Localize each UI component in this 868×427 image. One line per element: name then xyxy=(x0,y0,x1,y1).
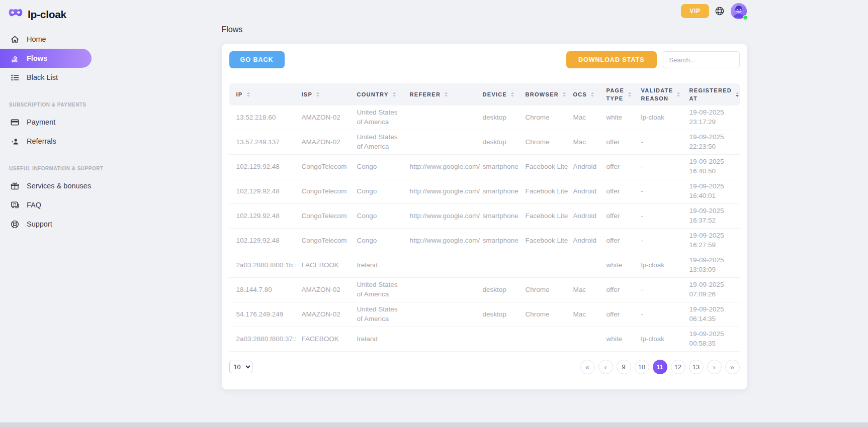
cell-referer xyxy=(405,327,478,352)
sidebar-item-label: Payment xyxy=(27,118,55,126)
cell-page-type: offer xyxy=(601,278,636,302)
cell-isp: AMAZON-02 xyxy=(297,130,352,155)
vip-button[interactable]: VIP xyxy=(681,4,709,18)
sidebar-item-label: FAQ xyxy=(27,201,41,209)
registered-time: 16:27:59 xyxy=(689,241,735,250)
cell-isp: AMAZON-02 xyxy=(297,302,352,327)
table-footer: 10 « ‹ 9 10 11 12 13 › » xyxy=(229,360,740,374)
cell-page-type: offer xyxy=(601,130,636,155)
col-header-referer[interactable]: REFERER xyxy=(405,83,478,105)
cell-ip: 13.57.249.137 xyxy=(229,130,297,155)
sort-icon xyxy=(628,92,631,97)
sidebar-item-label: Support xyxy=(27,220,52,228)
cell-page-type: offer xyxy=(601,229,636,253)
cell-page-type: offer xyxy=(601,155,636,179)
col-header-registered-at[interactable]: REGISTERED AT xyxy=(684,83,740,105)
referrals-icon xyxy=(10,137,20,146)
sidebar-item-label: Referrals xyxy=(27,137,56,145)
table-header-row: IP ISP COUNTRY REFERER DEVICE BROWSER OC… xyxy=(229,83,740,105)
registered-date: 19-09-2025 xyxy=(689,280,735,290)
pagination-first-button[interactable]: « xyxy=(580,360,595,374)
table-row: 54.176.249.249 AMAZON-02 United States o… xyxy=(229,302,740,327)
globe-icon[interactable] xyxy=(715,6,725,16)
cell-isp: CongoTelecom xyxy=(297,155,352,179)
cell-isp: CongoTelecom xyxy=(297,229,352,253)
cell-country: Congo xyxy=(352,179,405,204)
sidebar-item-label: Flows xyxy=(27,54,47,62)
cell-validate-reason: lp-cloak xyxy=(636,105,684,130)
avatar[interactable] xyxy=(730,3,747,20)
sidebar-item-flows[interactable]: Flows xyxy=(0,49,92,68)
col-header-isp[interactable]: ISP xyxy=(297,83,352,105)
cell-browser: Chrome xyxy=(520,130,568,155)
cell-country: Congo xyxy=(352,204,405,229)
cell-ip: 102.129.92.48 xyxy=(229,155,297,179)
table-row: 13.52.218.60 AMAZON-02 United States of … xyxy=(229,105,740,130)
pagination-page-button[interactable]: 12 xyxy=(671,360,685,374)
brand-logo[interactable]: lp-cloak xyxy=(0,6,101,30)
search-input[interactable] xyxy=(663,51,740,68)
pagination-page-button[interactable]: 13 xyxy=(689,360,704,374)
cell-isp: AMAZON-02 xyxy=(297,105,352,130)
cell-referer xyxy=(405,105,478,130)
sidebar-item-black-list[interactable]: Black List xyxy=(0,68,101,87)
col-header-browser[interactable]: BROWSER xyxy=(520,83,568,105)
sidebar-section-support: USEFUL INFORMATION & SUPPORT xyxy=(0,166,101,171)
cell-referer: http://www.google.com/ xyxy=(405,229,478,253)
cell-isp: FACEBOOK xyxy=(297,327,352,352)
cell-page-type: offer xyxy=(601,179,636,204)
pagination-page-button[interactable]: 9 xyxy=(617,360,631,374)
pagination-page-button-active[interactable]: 11 xyxy=(653,360,667,374)
cell-browser: Facebook Lite xyxy=(520,155,568,179)
cell-country: Ireland xyxy=(352,327,405,352)
col-header-country[interactable]: COUNTRY xyxy=(352,83,405,105)
pagination-next-button[interactable]: › xyxy=(707,360,722,374)
cell-isp: CongoTelecom xyxy=(297,204,352,229)
cell-browser: Chrome xyxy=(520,302,568,327)
col-header-page-type[interactable]: PAGE TYPE xyxy=(601,83,636,105)
pagination-page-button[interactable]: 10 xyxy=(635,360,649,374)
cell-registered-at: 19-09-2025 13:03:09 xyxy=(684,253,740,278)
cell-country: United States of America xyxy=(352,278,405,302)
sidebar-item-services-bonuses[interactable]: Services & bonuses xyxy=(0,176,101,195)
sidebar-item-label: Black List xyxy=(27,73,58,81)
sidebar-item-label: Home xyxy=(27,35,46,43)
registered-time: 13:03:09 xyxy=(689,265,735,275)
rows-per-page-select[interactable]: 10 xyxy=(229,361,252,373)
registered-time: 16:37:52 xyxy=(689,216,735,226)
cell-registered-at: 19-09-2025 06:14:35 xyxy=(684,302,740,327)
mask-icon xyxy=(8,8,23,21)
go-back-button[interactable]: GO BACK xyxy=(229,51,285,68)
cell-validate-reason: lp-cloak xyxy=(636,253,684,278)
table-row: 102.129.92.48 CongoTelecom Congo http://… xyxy=(229,204,740,229)
registered-time: 22:23:50 xyxy=(689,142,735,152)
col-header-device[interactable]: DEVICE xyxy=(478,83,520,105)
sort-icon xyxy=(393,92,396,97)
sort-icon xyxy=(511,92,514,97)
cell-browser: Chrome xyxy=(520,105,568,130)
pagination-prev-button[interactable]: ‹ xyxy=(598,360,613,374)
cell-device xyxy=(478,253,520,278)
sort-icon xyxy=(316,92,319,97)
cell-registered-at: 19-09-2025 16:40:50 xyxy=(684,155,740,179)
sidebar-item-support[interactable]: Support xyxy=(0,215,101,234)
cell-page-type: white xyxy=(601,105,636,130)
cell-registered-at: 19-09-2025 07:09:26 xyxy=(684,278,740,302)
sidebar-item-faq[interactable]: ?! FAQ xyxy=(0,195,101,215)
cell-validate-reason: - xyxy=(636,204,684,229)
pagination-last-button[interactable]: » xyxy=(725,360,740,374)
sidebar-item-payment[interactable]: Payment xyxy=(0,113,101,132)
cell-browser xyxy=(520,253,568,278)
col-header-ip[interactable]: IP xyxy=(229,83,297,105)
download-stats-button[interactable]: DOWNLOAD STATS xyxy=(566,51,657,68)
cell-country: Ireland xyxy=(352,253,405,278)
cell-device: smartphone xyxy=(478,229,520,253)
page-title: Flows xyxy=(222,25,747,34)
col-header-validate-reason[interactable]: VALIDATE REASON xyxy=(636,83,684,105)
sidebar-item-referrals[interactable]: Referrals xyxy=(0,132,101,151)
cell-page-type: white xyxy=(601,253,636,278)
col-header-ocs[interactable]: OCS xyxy=(568,83,601,105)
sort-icon xyxy=(591,92,594,97)
sidebar-item-home[interactable]: Home xyxy=(0,30,101,49)
flows-icon xyxy=(10,54,20,63)
